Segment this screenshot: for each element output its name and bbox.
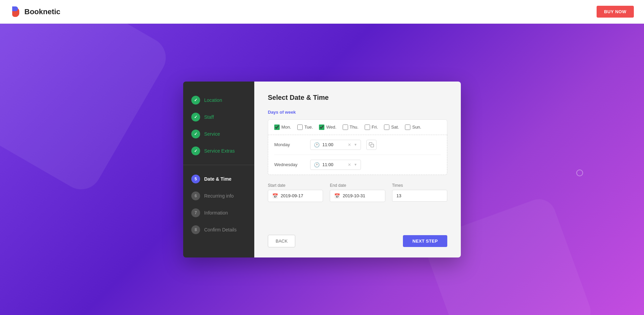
time-day-label-monday: Monday (274, 142, 305, 147)
checkbox-fri[interactable] (365, 125, 370, 130)
time-section: Monday 🕐 11:00 ✕ ▼ Wednesday 🕐 11:00 ✕ ▼ (268, 135, 447, 175)
time-input-monday[interactable]: 🕐 11:00 ✕ ▼ (310, 140, 361, 150)
checkbox-sun[interactable] (405, 125, 410, 130)
sidebar-item-service[interactable]: ✓Service (183, 126, 254, 142)
end-date-input[interactable]: 📅 2019-10-31 (330, 190, 385, 202)
days-row: Mon.Tue.Wed.Thu.Fri.Sat.Sun. (268, 119, 447, 135)
step-label-date-time: Date & Time (204, 176, 232, 182)
times-value: 13 (396, 193, 401, 198)
days-of-week-label: Days of week (268, 110, 447, 115)
step-icon-recurring-info: 6 (191, 192, 200, 200)
times-field: Times 13 (392, 183, 447, 202)
calendar-icon-2: 📅 (334, 193, 340, 199)
day-check-mon: Mon. (274, 125, 291, 130)
step-icon-staff: ✓ (191, 113, 200, 121)
day-label-sat[interactable]: Sat. (391, 125, 399, 130)
sidebar-item-date-time[interactable]: 5Date & Time (183, 171, 254, 187)
day-check-fri: Fri. (365, 125, 378, 130)
checkbox-mon[interactable] (274, 125, 280, 130)
back-button[interactable]: BACK (268, 235, 295, 247)
step-icon-service-extras: ✓ (191, 147, 200, 155)
step-label-service: Service (204, 131, 220, 137)
checkbox-tue[interactable] (297, 125, 303, 130)
page-title: Select Date & Time (268, 94, 447, 102)
time-day-label-wednesday: Wednesday (274, 162, 305, 167)
clock-icon: 🕐 (314, 142, 320, 148)
day-label-sun[interactable]: Sun. (412, 125, 421, 130)
step-icon-confirm-details: 8 (191, 225, 200, 234)
day-label-thu[interactable]: Thu. (350, 125, 359, 130)
sidebar-item-confirm-details[interactable]: 8Confirm Details (183, 221, 254, 238)
logo-area: Booknetic (10, 6, 60, 18)
copy-button[interactable] (366, 140, 377, 150)
times-input[interactable]: 13 (392, 190, 447, 202)
end-date-field: End date 📅 2019-10-31 (330, 183, 385, 202)
day-check-wed: Wed. (319, 125, 336, 130)
clear-icon-monday[interactable]: ✕ (348, 142, 351, 147)
day-check-sun: Sun. (405, 125, 421, 130)
footer-actions: BACK NEXT STEP (268, 225, 447, 247)
dropdown-icon-wednesday[interactable]: ▼ (354, 163, 357, 166)
time-row-wednesday: Wednesday 🕐 11:00 ✕ ▼ (274, 155, 441, 175)
step-label-recurring-info: Recurring info (204, 193, 234, 199)
start-date-value: 2019-09-17 (281, 193, 303, 198)
step-label-service-extras: Service Extras (204, 148, 235, 154)
svg-rect-0 (371, 144, 374, 147)
booking-modal: ✓Location✓Staff✓Service✓Service Extras5D… (183, 82, 461, 257)
logo-icon (10, 6, 21, 18)
step-icon-date-time: 5 (191, 175, 200, 183)
step-icon-location: ✓ (191, 96, 200, 105)
clear-icon-wednesday[interactable]: ✕ (348, 162, 351, 167)
sidebar-divider (183, 165, 254, 165)
day-label-fri[interactable]: Fri. (372, 125, 378, 130)
sidebar: ✓Location✓Staff✓Service✓Service Extras5D… (183, 82, 254, 257)
start-date-input[interactable]: 📅 2019-09-17 (268, 190, 323, 202)
sidebar-item-service-extras[interactable]: ✓Service Extras (183, 142, 254, 159)
time-value-monday: 11:00 (322, 142, 345, 147)
day-label-tue[interactable]: Tue. (304, 125, 313, 130)
step-icon-information: 7 (191, 208, 200, 217)
dates-row: Start date 📅 2019-09-17 End date 📅 2019-… (268, 183, 447, 202)
checkbox-thu[interactable] (343, 125, 348, 130)
step-icon-service: ✓ (191, 130, 200, 138)
end-date-label: End date (330, 183, 385, 188)
day-label-mon[interactable]: Mon. (281, 125, 291, 130)
checkbox-sat[interactable] (384, 125, 389, 130)
day-check-tue: Tue. (297, 125, 313, 130)
step-label-confirm-details: Confirm Details (204, 227, 237, 232)
time-input-wednesday[interactable]: 🕐 11:00 ✕ ▼ (310, 160, 361, 170)
sidebar-item-information[interactable]: 7Information (183, 204, 254, 221)
start-date-label: Start date (268, 183, 323, 188)
checkbox-wed[interactable] (319, 125, 324, 130)
hero-background: ✓Location✓Staff✓Service✓Service Extras5D… (0, 24, 644, 315)
step-label-location: Location (204, 97, 222, 103)
sidebar-item-recurring-info[interactable]: 6Recurring info (183, 187, 254, 204)
end-date-value: 2019-10-31 (343, 193, 365, 198)
time-row-monday: Monday 🕐 11:00 ✕ ▼ (274, 135, 441, 155)
buy-now-button[interactable]: BUY NOW (597, 6, 634, 18)
next-step-button[interactable]: NEXT STEP (403, 235, 447, 247)
time-value-wednesday: 11:00 (322, 162, 345, 167)
step-label-staff: Staff (204, 114, 214, 120)
day-check-thu: Thu. (343, 125, 359, 130)
step-label-information: Information (204, 210, 228, 216)
circle-decoration (576, 170, 583, 176)
sidebar-item-staff[interactable]: ✓Staff (183, 109, 254, 126)
sidebar-item-location[interactable]: ✓Location (183, 92, 254, 109)
dropdown-icon-monday[interactable]: ▼ (354, 143, 357, 147)
clock-icon: 🕐 (314, 162, 320, 167)
start-date-field: Start date 📅 2019-09-17 (268, 183, 323, 202)
logo-text: Booknetic (24, 7, 60, 16)
day-check-sat: Sat. (384, 125, 399, 130)
main-content: Select Date & Time Days of week Mon.Tue.… (254, 82, 461, 257)
calendar-icon: 📅 (272, 193, 278, 199)
times-label: Times (392, 183, 447, 188)
day-label-wed[interactable]: Wed. (326, 125, 336, 130)
navbar: Booknetic BUY NOW (0, 0, 644, 24)
